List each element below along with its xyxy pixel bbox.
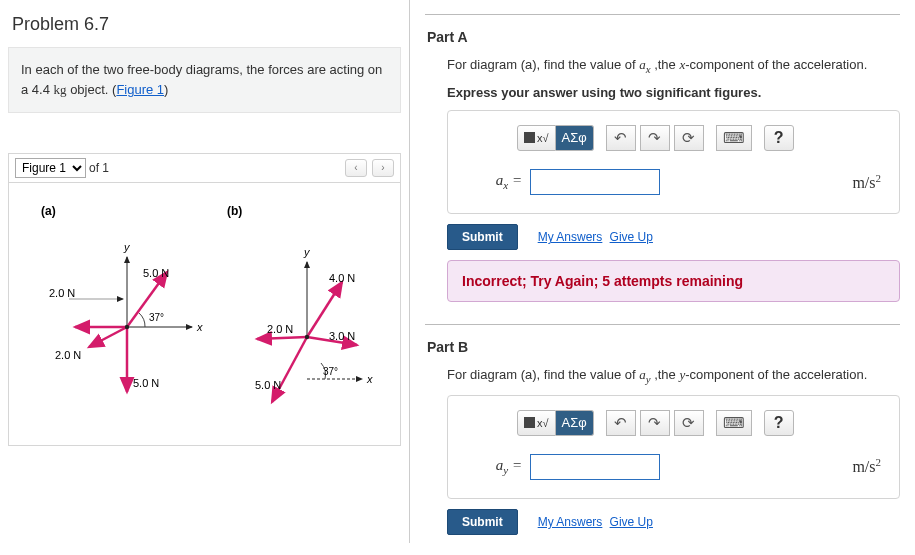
prompt-text-3: ) xyxy=(164,82,168,97)
problem-prompt: In each of the two free-body diagrams, t… xyxy=(8,47,401,113)
templates-button[interactable]: x√ xyxy=(517,125,556,151)
figure-pane: (a) x y 5.0 N 2.0 N 2.0 N 5.0 N 3 xyxy=(8,182,401,446)
redo-button[interactable]: ↷ xyxy=(640,125,670,151)
part-b-my-answers-link[interactable]: My Answers xyxy=(538,515,603,529)
free-body-diagrams: (a) x y 5.0 N 2.0 N 2.0 N 5.0 N 3 xyxy=(17,197,397,437)
keyboard-button[interactable]: ⌨ xyxy=(716,410,752,436)
part-b-description: For diagram (a), find the value of ay ,t… xyxy=(447,365,900,387)
part-b-submit-button[interactable]: Submit xyxy=(447,509,518,535)
part-a-variable: ax = xyxy=(466,172,522,191)
part-a-my-answers-link[interactable]: My Answers xyxy=(538,230,603,244)
figure-count: of 1 xyxy=(89,161,109,175)
svg-text:5.0 N: 5.0 N xyxy=(143,267,169,279)
svg-text:37°: 37° xyxy=(323,366,338,377)
part-a-answer-input[interactable] xyxy=(530,169,660,195)
part-b-unit: m/s2 xyxy=(852,456,881,476)
reset-button[interactable]: ⟳ xyxy=(674,410,704,436)
part-a-description: For diagram (a), find the value of ax ,t… xyxy=(447,55,900,77)
svg-text:4.0 N: 4.0 N xyxy=(329,272,355,284)
part-b-answer-panel: x√ ΑΣφ ↶ ↷ ⟳ ⌨ ? ay = m/s2 xyxy=(447,395,900,499)
part-a-unit: m/s2 xyxy=(852,172,881,192)
diagram-b-label: (b) xyxy=(227,204,242,218)
help-button[interactable]: ? xyxy=(764,410,794,436)
figure-toolbar: Figure 1 of 1 ‹ › xyxy=(8,153,401,182)
part-a-answer-panel: x√ ΑΣφ ↶ ↷ ⟳ ⌨ ? ax = m/s2 xyxy=(447,110,900,214)
part-b-give-up-link[interactable]: Give Up xyxy=(610,515,653,529)
answer-toolbar-b: x√ ΑΣφ ↶ ↷ ⟳ ⌨ ? xyxy=(517,410,885,436)
svg-line-19 xyxy=(307,282,342,337)
part-b-answer-input[interactable] xyxy=(530,454,660,480)
svg-text:2.0 N: 2.0 N xyxy=(49,287,75,299)
undo-button[interactable]: ↶ xyxy=(606,410,636,436)
part-b-heading: Part B xyxy=(427,339,900,355)
redo-button[interactable]: ↷ xyxy=(640,410,670,436)
figure-link[interactable]: Figure 1 xyxy=(116,82,164,97)
templates-button[interactable]: x√ xyxy=(517,410,556,436)
prompt-unit: kg xyxy=(54,82,67,97)
svg-text:5.0 N: 5.0 N xyxy=(255,379,281,391)
reset-button[interactable]: ⟳ xyxy=(674,125,704,151)
svg-text:2.0 N: 2.0 N xyxy=(267,323,293,335)
figure-next-button[interactable]: › xyxy=(372,159,394,177)
part-a-give-up-link[interactable]: Give Up xyxy=(610,230,653,244)
svg-line-8 xyxy=(89,327,127,347)
part-a-heading: Part A xyxy=(427,29,900,45)
svg-text:2.0 N: 2.0 N xyxy=(55,349,81,361)
undo-button[interactable]: ↶ xyxy=(606,125,636,151)
part-b-variable: ay = xyxy=(466,457,522,476)
figure-prev-button[interactable]: ‹ xyxy=(345,159,367,177)
svg-text:y: y xyxy=(123,241,131,253)
figure-select[interactable]: Figure 1 xyxy=(15,158,86,178)
help-button[interactable]: ? xyxy=(764,125,794,151)
greek-button[interactable]: ΑΣφ xyxy=(556,410,594,436)
part-a-submit-button[interactable]: Submit xyxy=(447,224,518,250)
svg-line-21 xyxy=(257,337,307,339)
prompt-text-2: object. ( xyxy=(67,82,117,97)
part-a-feedback: Incorrect; Try Again; 5 attempts remaini… xyxy=(447,260,900,302)
svg-text:37°: 37° xyxy=(149,312,164,323)
svg-point-28 xyxy=(305,335,309,339)
svg-line-25 xyxy=(272,337,307,402)
svg-text:5.0 N: 5.0 N xyxy=(133,377,159,389)
svg-text:y: y xyxy=(303,246,311,258)
part-a-instruction: Express your answer using two significan… xyxy=(447,85,900,100)
svg-text:x: x xyxy=(196,321,203,333)
problem-title: Problem 6.7 xyxy=(8,8,401,47)
greek-button[interactable]: ΑΣφ xyxy=(556,125,594,151)
diagram-a-label: (a) xyxy=(41,204,56,218)
keyboard-button[interactable]: ⌨ xyxy=(716,125,752,151)
svg-text:x: x xyxy=(366,373,373,385)
svg-point-13 xyxy=(125,325,129,329)
svg-text:3.0 N: 3.0 N xyxy=(329,330,355,342)
answer-toolbar-a: x√ ΑΣφ ↶ ↷ ⟳ ⌨ ? xyxy=(517,125,885,151)
